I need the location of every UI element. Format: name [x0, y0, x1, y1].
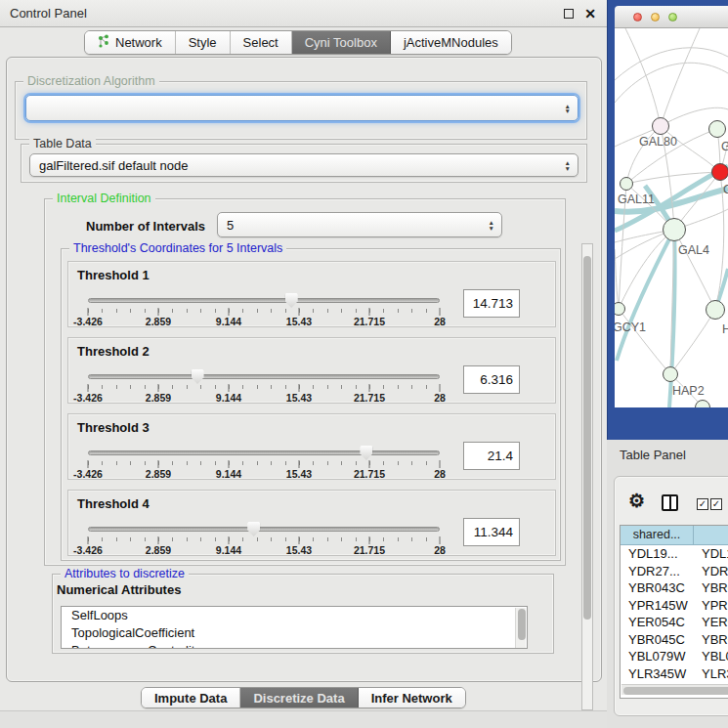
threshold-1-value-field[interactable]: 14.713	[463, 289, 520, 318]
gear-icon[interactable]: ⚙	[628, 490, 645, 512]
list-item[interactable]: TopologicalCoefficient	[62, 624, 527, 642]
tab-infer-network[interactable]: Infer Network	[359, 688, 465, 707]
close-icon[interactable]: ✕	[582, 5, 598, 22]
network-canvas[interactable]: GAL80GACGAL11GAL4GCY1HHAP2	[615, 28, 728, 407]
column-header[interactable]: n	[694, 526, 728, 545]
combo-arrows-icon: ▲▼	[565, 103, 571, 113]
close-traffic-light-icon[interactable]	[633, 13, 642, 21]
attributes-group: Attributes to discretize Numerical Attri…	[52, 574, 554, 654]
network-node[interactable]	[708, 120, 726, 138]
node-attribute-table[interactable]: shared... n YDL19... YDL1 YDR27... YDR2 …	[620, 525, 728, 699]
slider-tick-labels: -3.426 2.859 9.144 15.43 21.715 28	[88, 544, 440, 556]
slider-track	[88, 298, 440, 303]
control-panel-window: Control Panel ✕ Network Style	[0, 0, 607, 728]
tab-label: Style	[189, 35, 217, 50]
table-row[interactable]: YBR043C YBR0	[621, 579, 728, 597]
number-of-intervals-value: 5	[227, 218, 234, 233]
table-horizontal-scrollbar[interactable]	[621, 684, 728, 695]
network-node[interactable]	[711, 163, 728, 181]
network-node[interactable]	[706, 300, 725, 320]
table-row[interactable]: YER054C YER0	[621, 614, 728, 631]
table-header-row: shared... n	[621, 526, 728, 545]
tab-select[interactable]: Select	[231, 31, 292, 54]
number-of-intervals-combo[interactable]: 5 ▲▼	[217, 212, 502, 237]
threshold-3-value-field[interactable]: 21.4	[463, 442, 520, 470]
slider-thumb[interactable]	[192, 369, 204, 384]
tab-label: Network	[115, 35, 162, 50]
threshold-4-slider[interactable]: -3.426 2.859 9.144 15.43 21.715 28	[88, 522, 440, 555]
list-item[interactable]: SelfLoops	[62, 607, 527, 624]
threshold-3-panel: Threshold 3 -3.426 2.859 9.144	[67, 413, 556, 480]
threshold-1-panel: Threshold 1 -3.426 2.859 9.144	[67, 261, 556, 327]
slider-thumb[interactable]	[247, 522, 260, 536]
tab-cyni-toolbox[interactable]: Cyni Toolbox	[292, 31, 391, 54]
column-layout-icon[interactable]	[662, 494, 678, 511]
tab-network[interactable]: Network	[85, 31, 176, 54]
numerical-attributes-label: Numerical Attributes	[57, 582, 181, 597]
tab-impute-data[interactable]: Impute Data	[142, 688, 240, 707]
scrollbar-thumb[interactable]	[583, 256, 591, 620]
minimize-traffic-light-icon[interactable]	[651, 13, 660, 21]
numerical-attributes-list[interactable]: SelfLoops TopologicalCoefficient Between…	[61, 606, 528, 649]
node-label: GAL4	[678, 243, 709, 257]
slider-thumb[interactable]	[360, 446, 372, 460]
network-window-titlebar[interactable]	[615, 6, 728, 28]
window-title: Control Panel	[10, 0, 87, 27]
threshold-2-value-field[interactable]: 6.316	[463, 365, 520, 394]
tab-jactivemnodules[interactable]: jActiveMNodules	[391, 31, 511, 54]
table-row[interactable]: YDR27... YDR2	[621, 563, 728, 580]
tab-label: Select	[243, 35, 278, 50]
threshold-label: Threshold 1	[77, 268, 150, 282]
table-data-combo[interactable]: galFiltered.sif default node ▲▼	[29, 153, 578, 177]
threshold-label: Threshold 2	[77, 344, 150, 359]
network-node[interactable]	[663, 218, 686, 241]
table-row[interactable]: YDL19... YDL1	[621, 545, 728, 563]
algorithm-combo[interactable]: ▲▼	[25, 95, 578, 121]
float-window-icon[interactable]	[564, 9, 574, 19]
threshold-4-value-field[interactable]: 11.344	[463, 518, 520, 546]
threshold-2-slider[interactable]: -3.426 2.859 9.144 15.43 21.715 28	[88, 369, 440, 403]
network-node[interactable]	[652, 117, 669, 135]
control-panel-titlebar: Control Panel ✕	[0, 0, 607, 27]
column-header[interactable]: shared...	[621, 526, 694, 545]
slider-ticks	[88, 384, 440, 392]
group-title: Threshold's Coordinates for 5 Intervals	[69, 241, 286, 255]
tab-label: Discretize Data	[253, 691, 344, 706]
table-row[interactable]: YBL079W YBL0	[621, 648, 728, 665]
bottom-strip	[0, 710, 607, 728]
list-scrollbar[interactable]	[515, 608, 526, 649]
checkbox-icon[interactable]: ✓	[710, 498, 722, 510]
tab-label: Infer Network	[371, 691, 452, 706]
slider-tick-labels: -3.426 2.859 9.144 15.43 21.715 28	[88, 392, 440, 404]
tab-discretize-data[interactable]: Discretize Data	[240, 688, 358, 707]
threshold-3-slider[interactable]: -3.426 2.859 9.144 15.43 21.715 28	[88, 446, 440, 479]
network-icon	[98, 34, 109, 51]
list-item[interactable]: BetweennessCentrality	[62, 642, 527, 649]
table-data-value: galFiltered.sif default node	[39, 158, 188, 173]
slider-thumb[interactable]	[285, 293, 298, 308]
tab-label: Cyni Toolbox	[305, 35, 377, 50]
slider-track	[88, 450, 440, 455]
threshold-label: Threshold 4	[77, 496, 150, 511]
zoom-traffic-light-icon[interactable]	[668, 13, 677, 21]
table-row[interactable]: YPR145W YPR1	[621, 597, 728, 615]
table-row[interactable]: YLR345W YLR3	[621, 665, 728, 683]
network-node[interactable]	[663, 366, 678, 382]
panel-scrollbar[interactable]	[581, 243, 593, 710]
top-tab-bar: Network Style Select Cyni Toolbox jActiv…	[84, 30, 512, 55]
group-title: Interval Definition	[53, 192, 155, 205]
table-row[interactable]: YBR045C YBR0	[621, 631, 728, 649]
discretization-algorithm-group: Discretization Algorithm ▲▼	[15, 81, 587, 140]
tab-style[interactable]: Style	[176, 31, 231, 54]
network-node[interactable]	[620, 177, 633, 191]
combo-arrows-icon: ▲▼	[489, 220, 494, 231]
node-label: GAL11	[618, 193, 655, 206]
node-label: GA	[721, 140, 728, 153]
threshold-1-slider[interactable]: -3.426 2.859 9.144 15.43 21.715 28	[88, 293, 440, 326]
combo-arrows-icon: ▲▼	[565, 160, 571, 171]
tab-label: Impute Data	[154, 691, 227, 706]
scrollbar-thumb[interactable]	[623, 687, 728, 695]
checkbox-icon[interactable]: ✓	[697, 498, 708, 510]
node-label: GAL80	[639, 135, 677, 149]
threshold-2-panel: Threshold 2 -3.426 2.859 9.144	[67, 337, 556, 404]
